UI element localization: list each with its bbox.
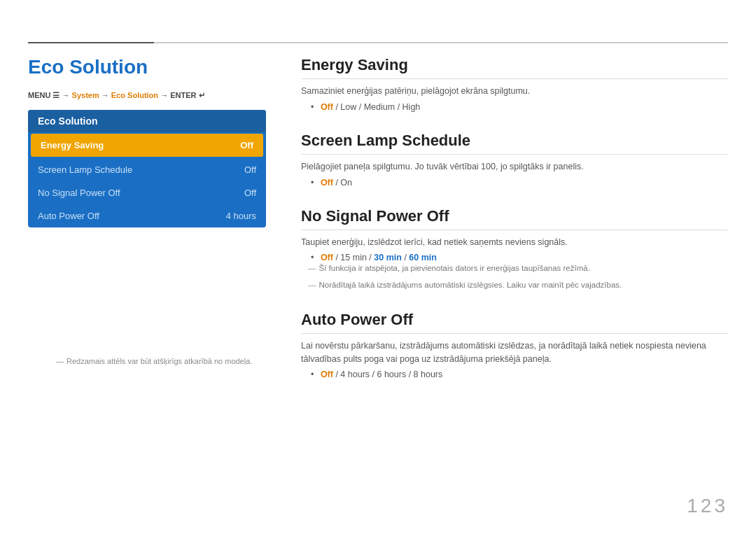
- section-no-signal: No Signal Power Off Taupiet enerģiju, iz…: [301, 207, 728, 291]
- page-number: 123: [687, 495, 728, 517]
- arrow2: →: [102, 91, 111, 99]
- energy-saving-options: Off / Low / Medium / High: [301, 102, 728, 112]
- section-auto-power: Auto Power Off Lai novērstu pārkaršanu, …: [301, 311, 728, 380]
- enter-icon: ↵: [199, 91, 205, 99]
- no-signal-title: No Signal Power Off: [301, 207, 728, 230]
- no-signal-note2: Norādītajā laikā izstrādājums automātisk…: [301, 279, 728, 291]
- eco-item-energy-saving[interactable]: Energy Saving Off: [31, 134, 263, 157]
- page-title: Eco Solution: [28, 56, 266, 78]
- screen-lamp-title: Screen Lamp Schedule: [301, 132, 728, 155]
- screen-lamp-desc: Pielāgojiet paneļa spilgtumu. Jo tuvāk v…: [301, 160, 728, 174]
- enter-label: ENTER: [170, 91, 196, 99]
- eco-item-value-0: Off: [240, 140, 253, 150]
- opt-off-4: Off: [321, 370, 333, 379]
- eco-item-value-1: Off: [244, 164, 256, 175]
- right-panel: Energy Saving Samaziniet enerģijas patēr…: [301, 56, 728, 399]
- system-link: System: [72, 91, 99, 99]
- eco-item-label-3: Auto Power Off: [38, 211, 99, 221]
- eco-item-value-3: 4 hours: [226, 211, 256, 221]
- screen-lamp-options: Off / On: [301, 178, 728, 188]
- auto-power-options: Off / 4 hours / 6 hours / 8 hours: [301, 370, 728, 379]
- no-signal-options: Off / 15 min / 30 min / 60 min: [301, 253, 728, 262]
- arrow3: →: [160, 91, 170, 99]
- eco-item-label-2: No Signal Power Off: [38, 188, 120, 198]
- eco-item-value-2: Off: [244, 188, 256, 198]
- eco-solution-link: Eco Solution: [111, 91, 158, 99]
- no-signal-desc: Taupiet enerģiju, izslēdzot ierīci, kad …: [301, 236, 728, 249]
- auto-power-title: Auto Power Off: [301, 311, 728, 334]
- energy-saving-desc: Samaziniet enerģijas patēriņu, pielāgojo…: [301, 85, 728, 98]
- arrow1: →: [62, 91, 72, 99]
- eco-item-label-0: Energy Saving: [41, 140, 104, 150]
- eco-box-title: Eco Solution: [28, 110, 266, 132]
- eco-item-auto-power[interactable]: Auto Power Off 4 hours: [28, 204, 266, 227]
- eco-item-no-signal[interactable]: No Signal Power Off Off: [28, 181, 266, 204]
- eco-item-label-1: Screen Lamp Schedule: [38, 164, 132, 175]
- menu-path: MENU ☰ → System → Eco Solution → ENTER ↵: [28, 91, 266, 100]
- section-screen-lamp: Screen Lamp Schedule Pielāgojiet paneļa …: [301, 132, 728, 188]
- opt-off-2: Off: [321, 178, 333, 188]
- energy-saving-title: Energy Saving: [301, 56, 728, 79]
- top-line-accent: [28, 42, 154, 43]
- left-panel: Eco Solution MENU ☰ → System → Eco Solut…: [28, 56, 266, 227]
- opt-off-3: Off: [321, 253, 333, 262]
- menu-label: MENU: [28, 91, 50, 99]
- footnote: Redzamais attēls var būt atšķirīgs atkar…: [56, 357, 252, 365]
- no-signal-note1: Šī funkcija ir atspējota, ja pievienotai…: [301, 262, 728, 274]
- eco-item-screen-lamp[interactable]: Screen Lamp Schedule Off: [28, 158, 266, 181]
- section-energy-saving: Energy Saving Samaziniet enerģijas patēr…: [301, 56, 728, 112]
- eco-menu-box: Eco Solution Energy Saving Off Screen La…: [28, 110, 266, 227]
- opt-off-1: Off: [321, 102, 333, 112]
- auto-power-desc: Lai novērstu pārkaršanu, izstrādājums au…: [301, 339, 728, 366]
- menu-icon: ☰: [52, 91, 62, 99]
